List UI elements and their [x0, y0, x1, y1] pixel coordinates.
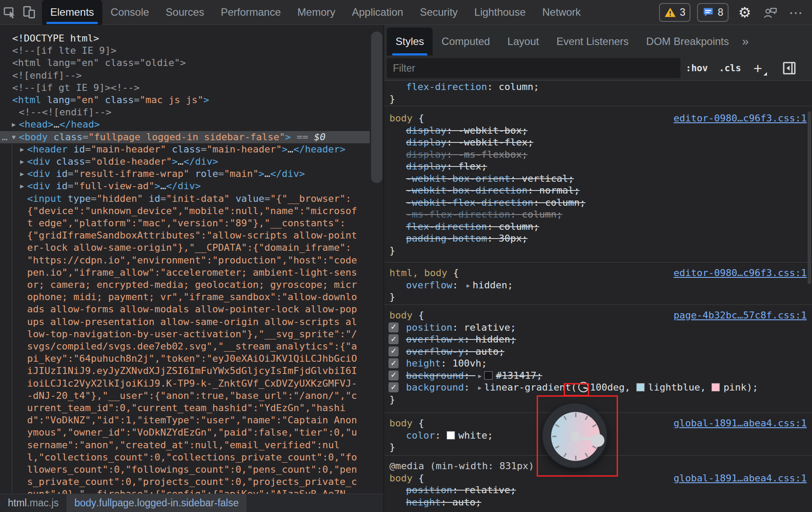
tab-security[interactable]: Security — [412, 0, 466, 25]
css-property-row[interactable]: display: -webkit-flex; — [384, 136, 812, 149]
css-property-row[interactable]: height: auto; — [384, 496, 812, 509]
sidebar-tab-event-listeners[interactable]: Event Listeners — [548, 28, 637, 55]
hidden-siblings-ellipsis[interactable]: … — [2, 131, 7, 143]
css-property-row[interactable]: display: -ms-flexbox; — [384, 149, 812, 161]
dom-node-row[interactable]: or; camera; encrypted-media; geolocation… — [0, 279, 370, 291]
toggle-hover-state-button[interactable]: :hov — [686, 55, 708, 81]
dom-node-row[interactable]: <!DOCTYPE html> — [0, 32, 370, 45]
dom-node-row[interactable]: "https://cdpn.io","environment":"product… — [0, 254, 370, 266]
css-property-row[interactable]: ✓overflow-y: auto; — [384, 346, 812, 358]
expand-arrow-icon[interactable]: ▶ — [20, 168, 24, 180]
tab-network[interactable]: Network — [534, 0, 589, 25]
stylesheet-link[interactable]: page-4b32bc…57c8f.css:1 — [673, 309, 807, 322]
breadcrumb-body[interactable]: body.fullpage.logged-in.sidebar-false — [66, 494, 246, 512]
css-property-row[interactable]: -webkit-box-orient: vertical; — [384, 173, 812, 185]
css-property-row[interactable]: -webkit-flex-direction: column; — [384, 197, 812, 209]
css-selector-row[interactable]: html, body {editor-0980…c96f3.css:1 — [384, 267, 812, 279]
property-enabled-checkbox[interactable]: ✓ — [389, 346, 399, 356]
tab-sources[interactable]: Sources — [157, 0, 212, 25]
property-enabled-checkbox[interactable]: ✓ — [389, 370, 399, 381]
dom-node-row[interactable]: <![endif]--> — [0, 69, 370, 82]
dom-node-row[interactable]: <!--<![endif]--> — [0, 106, 370, 118]
dom-node-row[interactable]: d":"VoDkNZ","id":1,"itemType":"user","na… — [0, 414, 370, 426]
dom-node-row[interactable]: {"gridIframeSandboxAttributes":"allow-sc… — [0, 229, 370, 242]
dock-sidebar-icon[interactable] — [782, 55, 797, 81]
expand-arrow-icon[interactable]: ▶ — [12, 118, 16, 131]
sidebar-tab-computed[interactable]: Computed — [433, 28, 499, 55]
css-property-row[interactable]: flex-direction: column; — [384, 81, 812, 93]
styles-filter-input[interactable]: Filter — [387, 58, 680, 78]
sidebar-tab-layout[interactable]: Layout — [499, 28, 548, 55]
dom-node-row[interactable]: ▶<div id="full-view-ad">…</div> — [0, 180, 370, 192]
css-property-row[interactable]: padding-bottom: 30px; — [384, 232, 812, 245]
toggle-class-button[interactable]: .cls — [719, 55, 741, 81]
property-enabled-checkbox[interactable]: ✓ — [389, 382, 399, 392]
device-toolbar-icon[interactable] — [19, 3, 38, 22]
tab-lighthouse[interactable]: Lighthouse — [466, 0, 534, 25]
color-swatch[interactable] — [447, 431, 455, 439]
css-property-row[interactable]: ✓height: 100vh; — [384, 357, 812, 370]
warnings-badge[interactable]: 3 — [659, 3, 691, 22]
dom-node-row[interactable]: l,"collections_count":0,"collections_pri… — [0, 451, 370, 464]
css-property-row[interactable]: ✓overflow-x: hidden; — [384, 333, 812, 346]
dom-node-row[interactable]: iJIUzI1NiJ9.eyJyZXNvdXJjZSI6ImFuYWx5dGlj… — [0, 365, 370, 377]
sidebar-tab-dom-breakpoints[interactable]: DOM Breakpoints — [638, 28, 738, 55]
more-options-icon[interactable]: ⋯ — [787, 3, 806, 22]
dom-node-row[interactable]: t edge","platform":"mac","version":"89"}… — [0, 217, 370, 229]
dom-node-row[interactable]: ophone; midi; payment; vr","iframe_sandb… — [0, 291, 370, 303]
dom-node-row[interactable]: ymous","owner_id":"VoDkNZYdEzGn","paid":… — [0, 426, 370, 439]
color-swatch[interactable] — [636, 383, 645, 391]
css-property-row[interactable]: ✓position: relative; — [384, 322, 812, 334]
elements-scrollbar-thumb[interactable] — [371, 31, 382, 183]
inspect-element-icon[interactable] — [0, 3, 19, 22]
tab-elements[interactable]: Elements — [42, 0, 102, 25]
expand-arrow-icon[interactable]: ▶ — [20, 180, 24, 192]
dom-node-row[interactable]: s_private_count":0,"projects_count":0,"p… — [0, 476, 370, 488]
dom-node-row[interactable]: pen.io","iframe_allow":"accelerometer; a… — [0, 266, 370, 279]
css-property-row[interactable]: display: flex; — [384, 160, 812, 173]
tab-application[interactable]: Application — [344, 0, 411, 25]
dom-node-row[interactable]: <!--[if gt IE 9]><!--> — [0, 82, 370, 94]
dom-node-row[interactable]: ups allow-presentation allow-same-origin… — [0, 316, 370, 328]
dom-node-row[interactable]: ioiLCJ1c2VyX2lkIjoiKiJ9.K-TP9-k-_ZnktGVf… — [0, 377, 370, 390]
settings-gear-icon[interactable]: ⚙ — [735, 3, 754, 22]
dom-node-row[interactable]: ads allow-forms allow-modals allow-point… — [0, 303, 370, 315]
css-property-row[interactable]: ✓background: ▶linear-gradient(100deg, li… — [384, 381, 812, 394]
tab-memory[interactable]: Memory — [289, 0, 344, 25]
dom-node-row[interactable]: sername":"anon","created_at":null,"email… — [0, 439, 370, 451]
expand-value-icon[interactable]: ▶ — [475, 382, 484, 394]
stylesheet-link[interactable]: global-1891…abea4.css:1 — [673, 417, 807, 429]
people-feedback-icon[interactable] — [761, 3, 780, 22]
dom-node-row[interactable]: {"device":"unknown_device","mobile":null… — [0, 205, 370, 217]
dom-node-row[interactable]: ▶<head>…</head> — [0, 118, 370, 131]
dom-node-row[interactable]: ▶<div class="oldie-header">…</div> — [0, 156, 370, 168]
css-property-row[interactable]: ✓background: ▶#131417; — [384, 370, 812, 382]
dom-node-row[interactable]: llowers_count":0,"followings_count":0,"p… — [0, 464, 370, 476]
dom-node-row[interactable]: <html lang="en" class="oldie"> — [0, 57, 370, 69]
messages-badge[interactable]: 8 — [697, 3, 729, 22]
new-style-rule-button[interactable]: + — [753, 55, 762, 81]
expand-value-icon[interactable]: ▶ — [475, 370, 484, 382]
dom-node-row[interactable]: urrent_team_id":0,"current_team_hashid":… — [0, 402, 370, 414]
color-swatch[interactable] — [711, 383, 720, 391]
property-enabled-checkbox[interactable]: ✓ — [389, 322, 399, 332]
breadcrumb-html[interactable]: html.mac.js — [0, 494, 66, 512]
property-enabled-checkbox[interactable]: ✓ — [389, 334, 399, 344]
css-property-row[interactable]: position: relative; — [384, 484, 812, 496]
stylesheet-link[interactable]: editor-0980…c96f3.css:1 — [673, 112, 807, 125]
dom-node-row[interactable]: ▶<div id="result-iframe-wrap" role="main… — [0, 168, 370, 180]
css-property-row[interactable]: flex-direction: column; — [384, 221, 812, 233]
css-selector-row[interactable]: body {page-4b32bc…57c8f.css:1 — [384, 309, 812, 322]
dom-node-row[interactable]: ▶<header id="main-header" class="main-he… — [0, 143, 370, 156]
stylesheet-link[interactable]: global-1891…abea4.css:1 — [673, 472, 807, 484]
dom-node-row[interactable]: <input type="hidden" id="init-data" valu… — [0, 193, 370, 205]
css-property-row[interactable]: overflow: ▶hidden; — [384, 279, 812, 291]
expand-value-icon[interactable]: ▶ — [464, 280, 472, 292]
tab-performance[interactable]: Performance — [212, 0, 289, 25]
dom-node-row[interactable]: <html lang="en" class="mac js js"> — [0, 94, 370, 106]
css-selector-row[interactable]: body {editor-0980…c96f3.css:1 — [384, 112, 812, 125]
css-property-row[interactable]: -ms-flex-direction: column; — [384, 208, 812, 221]
dom-node-row-selected[interactable]: …▼<body class="fullpage logged-in sideba… — [0, 131, 370, 143]
dom-node-row[interactable]: <!--[if lte IE 9]> — [0, 45, 370, 57]
property-enabled-checkbox[interactable]: ✓ — [389, 358, 399, 368]
